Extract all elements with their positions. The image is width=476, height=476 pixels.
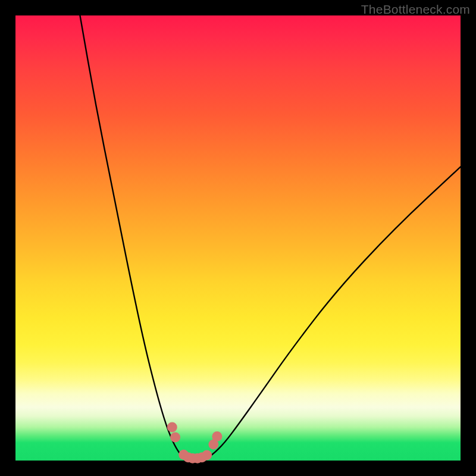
marker-group: [167, 422, 223, 463]
outer-frame: TheBottleneck.com: [0, 0, 476, 476]
bottleneck-curve-left: [80, 15, 184, 458]
data-marker: [202, 450, 212, 461]
data-marker: [167, 422, 177, 432]
watermark-text: TheBottleneck.com: [361, 2, 470, 17]
data-marker: [170, 433, 180, 443]
curves-svg: [15, 15, 461, 461]
bottleneck-curve-right: [207, 167, 461, 458]
data-marker: [212, 431, 222, 441]
